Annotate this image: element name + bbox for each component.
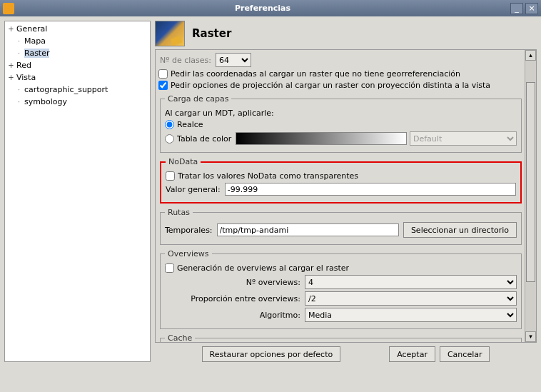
generate-overviews-label: Generación de overviews al cargar el ras… (177, 263, 349, 273)
rutas-legend: Rutas (165, 208, 193, 217)
tabla-label: Tabla de color (177, 134, 231, 144)
raster-thumbnail-icon (155, 21, 185, 46)
nodata-transparent-label: Tratar los valores NoData como transpare… (178, 171, 358, 181)
algo-select[interactable]: Media (305, 308, 517, 322)
rutas-fieldset: Rutas Temporales: Seleccionar un directo… (160, 208, 522, 245)
close-button[interactable]: × (525, 3, 538, 14)
vertical-scrollbar[interactable]: ▴ ▾ (525, 50, 536, 342)
scroll-track[interactable] (525, 61, 536, 331)
prop-overviews-select[interactable]: /2 (305, 291, 517, 306)
nodata-fieldset: NoData Tratar los valores NoData como tr… (160, 157, 522, 203)
n-overviews-label: Nº overviews: (165, 278, 300, 287)
ask-coords-label: Pedir las coordenadas al cargar un raste… (171, 69, 460, 79)
titlebar: Preferencias _ × (0, 0, 541, 16)
tree-item-general[interactable]: +General (5, 23, 150, 35)
tree-item-cartographic[interactable]: ·cartographic_support (5, 84, 150, 96)
nodata-legend: NoData (166, 157, 201, 166)
tabla-radio[interactable] (165, 134, 174, 144)
palette-select[interactable]: Default (410, 131, 517, 146)
scroll-thumb[interactable] (526, 82, 535, 282)
window-title: Preferencias (17, 4, 508, 13)
tree-item-mapa[interactable]: ·Mapa (5, 35, 150, 47)
temporales-input[interactable] (217, 223, 399, 236)
accept-button[interactable]: Aceptar (389, 346, 435, 362)
valor-general-label: Valor general: (166, 185, 221, 194)
minimize-button[interactable]: _ (510, 3, 523, 14)
tree-item-raster[interactable]: ·Raster (5, 47, 150, 59)
app-icon (3, 3, 14, 14)
realce-radio[interactable] (165, 120, 174, 129)
overviews-fieldset: Overviews Generación de overviews al car… (160, 249, 522, 329)
overviews-legend: Overviews (165, 249, 212, 258)
cache-legend: Cache (165, 333, 195, 342)
n-overviews-select[interactable]: 4 (305, 275, 517, 289)
scroll-up-icon[interactable]: ▴ (525, 50, 536, 61)
tree-item-vista[interactable]: +Vista (5, 71, 150, 84)
ask-proj-label: Pedir opciones de projección al cargar u… (171, 81, 490, 90)
prop-overviews-label: Proporción entre overviews: (165, 294, 300, 303)
classes-select[interactable]: 64 (216, 53, 251, 67)
temporales-label: Temporales: (165, 226, 213, 235)
carga-fieldset: Carga de capas Al cargar un MDT, aplicar… (160, 94, 522, 153)
tree-item-symbology[interactable]: ·symbology (5, 96, 150, 108)
generate-overviews-checkbox[interactable] (165, 263, 174, 273)
algo-label: Algoritmo: (165, 311, 300, 320)
mdt-label: Al cargar un MDT, aplicarle: (165, 109, 274, 118)
preferences-tree[interactable]: +General ·Mapa ·Raster +Red +Vista ·cart… (4, 21, 151, 362)
valor-general-input[interactable] (225, 183, 516, 196)
expand-icon[interactable]: + (7, 61, 15, 69)
cancel-button[interactable]: Cancelar (440, 346, 490, 362)
page-title: Raster (192, 27, 231, 40)
expand-icon[interactable]: + (7, 25, 15, 33)
ask-coords-checkbox[interactable] (158, 69, 168, 79)
restore-defaults-button[interactable]: Restaurar opciones por defecto (202, 346, 341, 362)
classes-label: Nº de clases: (160, 56, 211, 65)
scroll-down-icon[interactable]: ▾ (525, 331, 536, 342)
settings-scrollarea: Nº de clases: 64 Pedir las coordenadas a… (155, 49, 537, 343)
nodata-transparent-checkbox[interactable] (166, 171, 175, 181)
realce-label: Realce (177, 120, 203, 129)
expand-icon[interactable]: + (7, 74, 15, 81)
dialog-buttons: Restaurar opciones por defecto Aceptar C… (155, 343, 537, 362)
ask-proj-checkbox[interactable] (158, 81, 168, 90)
content-header: Raster (155, 21, 537, 46)
cache-fieldset: Cache (160, 333, 522, 342)
gradient-preview (236, 132, 407, 145)
tree-item-red[interactable]: +Red (5, 59, 150, 71)
select-directory-button[interactable]: Seleccionar un directorio (403, 222, 517, 238)
carga-legend: Carga de capas (165, 94, 231, 104)
